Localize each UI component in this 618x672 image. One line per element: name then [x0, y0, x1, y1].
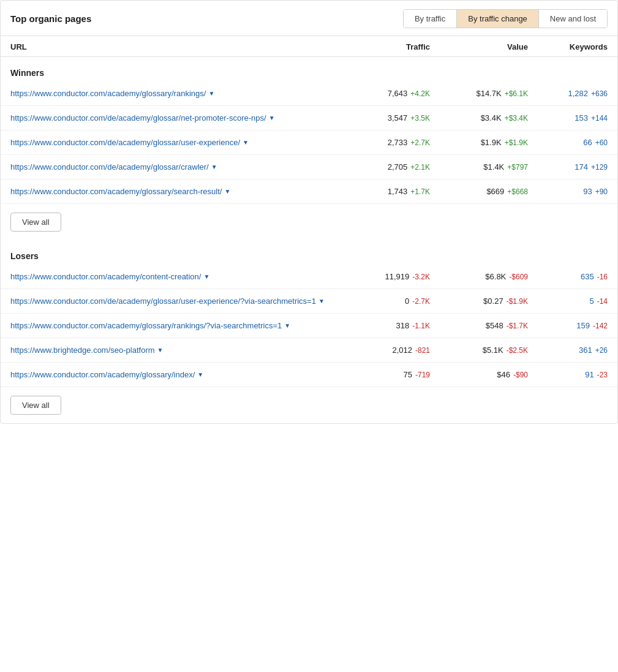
traffic-cell: 7,643+4.2K	[332, 89, 430, 98]
value-cell: $6.8K-$609	[430, 272, 528, 281]
traffic-change: -1.1K	[412, 322, 430, 330]
keywords-cell: 174+129	[528, 162, 608, 172]
keywords-cell: 153+144	[528, 113, 608, 123]
traffic-change: -719	[415, 371, 430, 379]
url-cell: https://www.conductor.com/academy/glossa…	[10, 321, 332, 330]
tab-by-traffic-change[interactable]: By traffic change	[457, 10, 539, 28]
losers-view-all-button[interactable]: View all	[10, 396, 61, 415]
table-row: https://www.conductor.com/academy/glossa…	[1, 314, 617, 338]
table-row: https://www.conductor.com/academy/glossa…	[1, 179, 617, 204]
value-change: -$609	[509, 273, 528, 281]
col-header-value: Value	[430, 42, 528, 51]
kw-main: 5	[589, 296, 594, 306]
col-header-keywords: Keywords	[528, 42, 608, 51]
value-cell: $3.4K+$3.4K	[430, 113, 528, 123]
kw-change: -16	[597, 273, 608, 281]
traffic-cell: 2,012-821	[332, 345, 430, 355]
value-change: +$668	[507, 187, 528, 196]
table-row: https://www.brightedge.com/seo-platform …	[1, 338, 617, 363]
kw-main: 1,282	[568, 89, 588, 98]
col-header-traffic: Traffic	[332, 42, 430, 51]
url-cell: https://www.conductor.com/academy/glossa…	[10, 370, 332, 379]
value-change: +$6.1K	[505, 89, 528, 98]
value-cell: $1.4K+$797	[430, 162, 528, 172]
keywords-cell: 361+26	[528, 345, 608, 355]
kw-main: 93	[583, 187, 592, 196]
url-link[interactable]: https://www.conductor.com/de/academy/glo…	[10, 296, 316, 306]
url-link[interactable]: https://www.conductor.com/de/academy/glo…	[10, 113, 266, 123]
dropdown-arrow-icon[interactable]: ▼	[284, 322, 290, 329]
kw-change: -142	[593, 322, 608, 330]
table-row: https://www.conductor.com/academy/glossa…	[1, 363, 617, 387]
url-link[interactable]: https://www.conductor.com/academy/glossa…	[10, 89, 206, 98]
table-row: https://www.conductor.com/academy/glossa…	[1, 81, 617, 106]
value-change: +$1.9K	[505, 138, 528, 147]
table-row: https://www.conductor.com/de/academy/glo…	[1, 106, 617, 130]
table-row: https://www.conductor.com/academy/conten…	[1, 265, 617, 289]
widget-header: Top organic pages By traffic By traffic …	[1, 1, 617, 36]
traffic-main: 7,643	[388, 89, 408, 98]
keywords-cell: 91-23	[528, 370, 608, 379]
value-change: -$1.7K	[507, 322, 528, 330]
url-link[interactable]: https://www.conductor.com/academy/glossa…	[10, 370, 195, 379]
url-link[interactable]: https://www.conductor.com/academy/glossa…	[10, 187, 222, 196]
keywords-cell: 66+60	[528, 138, 608, 147]
url-link[interactable]: https://www.conductor.com/academy/glossa…	[10, 321, 282, 330]
traffic-cell: 11,919-3.2K	[332, 272, 430, 281]
url-cell: https://www.conductor.com/academy/glossa…	[10, 89, 332, 98]
traffic-main: 3,547	[388, 113, 408, 123]
value-change: +$797	[507, 163, 528, 172]
dropdown-arrow-icon[interactable]: ▼	[208, 90, 214, 97]
traffic-cell: 3,547+3.5K	[332, 113, 430, 123]
dropdown-arrow-icon[interactable]: ▼	[157, 347, 164, 353]
dropdown-arrow-icon[interactable]: ▼	[203, 273, 209, 280]
traffic-cell: 1,743+1.7K	[332, 187, 430, 196]
winners-label: Winners	[1, 57, 617, 81]
value-cell: $0.27-$1.9K	[430, 296, 528, 306]
url-cell: https://www.conductor.com/academy/glossa…	[10, 187, 332, 196]
winners-view-all-button[interactable]: View all	[10, 213, 61, 232]
kw-change: +60	[595, 138, 608, 147]
keywords-cell: 5-14	[528, 296, 608, 306]
kw-change: +90	[595, 187, 608, 196]
dropdown-arrow-icon[interactable]: ▼	[224, 188, 230, 195]
kw-change: -14	[597, 297, 608, 306]
value-change: -$90	[513, 371, 528, 379]
keywords-cell: 1,282+636	[528, 89, 608, 98]
traffic-main: 0	[405, 296, 409, 306]
kw-main: 174	[575, 162, 588, 172]
traffic-change: -821	[415, 346, 430, 355]
tab-by-traffic[interactable]: By traffic	[404, 10, 457, 28]
value-main: $0.27	[483, 296, 503, 306]
traffic-change: +4.2K	[410, 89, 430, 98]
url-link[interactable]: https://www.brightedge.com/seo-platform	[10, 345, 155, 355]
widget-title: Top organic pages	[10, 13, 91, 24]
kw-change: +144	[591, 114, 608, 123]
column-headers: URL Traffic Value Keywords	[1, 36, 617, 57]
dropdown-arrow-icon[interactable]: ▼	[269, 115, 275, 121]
traffic-main: 318	[396, 321, 410, 330]
value-main: $1.9K	[481, 138, 502, 147]
traffic-main: 2,705	[388, 162, 408, 172]
kw-main: 66	[583, 138, 592, 147]
url-link[interactable]: https://www.conductor.com/de/academy/glo…	[10, 138, 240, 147]
dropdown-arrow-icon[interactable]: ▼	[197, 371, 203, 378]
kw-change: -23	[597, 371, 608, 379]
tab-new-and-lost[interactable]: New and lost	[539, 10, 607, 28]
traffic-main: 2,012	[392, 345, 412, 355]
url-cell: https://www.conductor.com/de/academy/glo…	[10, 138, 332, 147]
dropdown-arrow-icon[interactable]: ▼	[243, 139, 249, 146]
kw-change: +26	[595, 346, 608, 355]
traffic-main: 2,733	[388, 138, 408, 147]
value-cell: $548-$1.7K	[430, 321, 528, 330]
dropdown-arrow-icon[interactable]: ▼	[211, 164, 217, 170]
url-link[interactable]: https://www.conductor.com/academy/conten…	[10, 272, 201, 281]
value-change: -$2.5K	[507, 346, 528, 355]
traffic-cell: 0-2.7K	[332, 296, 430, 306]
losers-label: Losers	[1, 240, 617, 265]
url-link[interactable]: https://www.conductor.com/de/academy/glo…	[10, 162, 209, 172]
traffic-change: +3.5K	[410, 114, 430, 123]
kw-main: 91	[585, 370, 594, 379]
dropdown-arrow-icon[interactable]: ▼	[318, 298, 325, 304]
table-row: https://www.conductor.com/de/academy/glo…	[1, 155, 617, 179]
